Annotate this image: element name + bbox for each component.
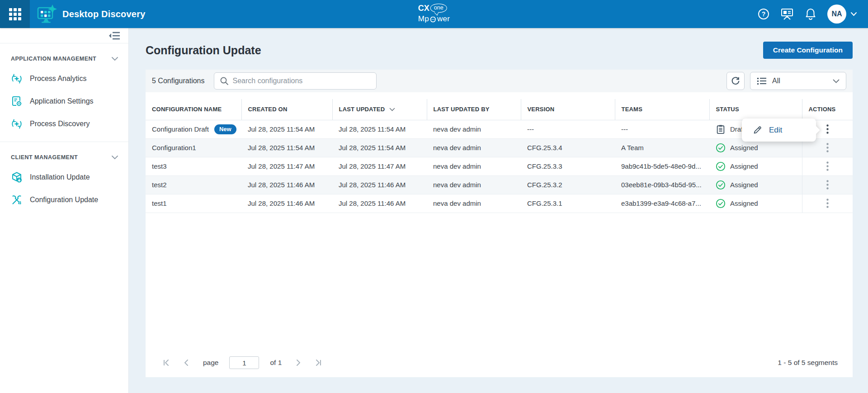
created-on: Jul 28, 2025 11:46 AM [241, 175, 332, 194]
logo-wer-text: wer [437, 15, 450, 23]
col-header-configuration-name: CONFIGURATION NAME [146, 99, 241, 120]
sidebar-item-configuration-update[interactable]: Configuration Update [0, 189, 128, 211]
page-number-input[interactable] [229, 356, 259, 369]
logo-one-bubble: one [430, 4, 447, 13]
sidebar-item-label: Process Discovery [30, 120, 90, 128]
sort-chevron-icon [389, 108, 395, 111]
kebab-icon [826, 143, 829, 152]
process-analytics-icon [11, 73, 23, 85]
search-icon [220, 76, 229, 85]
logo-robot-o-icon [429, 15, 437, 23]
help-icon: ? [758, 8, 769, 20]
presentation-button[interactable] [780, 8, 794, 20]
col-header-label: LAST UPDATED [339, 106, 385, 113]
col-header-actions: ACTIONS [802, 99, 853, 120]
pager-controls: page of 1 [160, 356, 324, 369]
status-label: Assigned [730, 199, 758, 207]
sidebar-item-application-settings[interactable]: Application Settings [0, 90, 128, 113]
last-updated-by: neva dev admin [427, 175, 521, 194]
last-updated: Jul 28, 2025 11:46 AM [332, 175, 427, 194]
row-actions-kebab[interactable] [821, 197, 834, 210]
configuration-name: test1 [146, 194, 241, 213]
last-updated-by: neva dev admin [427, 138, 521, 157]
col-header-last-updated-by: LAST UPDATED BY [427, 99, 521, 120]
col-header-created-on: CREATED ON [241, 99, 332, 120]
row-actions-kebab[interactable] [821, 141, 834, 155]
assigned-check-icon [716, 161, 726, 171]
create-configuration-button[interactable]: Create Configuration [763, 42, 853, 59]
teams: e3ab1399-e3a9-4c68-a7... [615, 194, 709, 213]
previous-page-button[interactable] [180, 357, 192, 369]
cxone-mpower-logo: CX one Mp wer [418, 4, 450, 23]
svg-text:?: ? [762, 10, 766, 18]
sidebar-item-label: Application Settings [30, 97, 94, 105]
sidebar-item-label: Configuration Update [30, 196, 98, 204]
sidebar-item-process-analytics[interactable]: Process Analytics [0, 67, 128, 90]
topbar-actions: ? NA [758, 5, 868, 24]
last-updated: Jul 28, 2025 11:47 AM [332, 157, 427, 175]
sidebar: APPLICATION MANAGEMENT Process Analytics [0, 28, 129, 393]
chevron-down-icon [850, 12, 857, 16]
search-box [214, 72, 377, 90]
col-header-teams: TEAMS [615, 99, 709, 120]
teams: A Team [615, 138, 709, 157]
pagination-bar: page of 1 1 - 5 of 5 segments [146, 348, 853, 377]
last-page-button[interactable] [312, 357, 324, 369]
status-label: Assigned [730, 144, 758, 152]
row-actions-kebab[interactable] [821, 160, 834, 173]
row-actions-kebab[interactable] [821, 123, 834, 136]
col-header-version: VERSION [521, 99, 615, 120]
avatar[interactable]: NA [827, 5, 846, 24]
installation-update-icon [11, 171, 23, 183]
collapse-panel-icon [108, 31, 120, 40]
col-header-last-updated[interactable]: LAST UPDATED [332, 99, 427, 120]
refresh-button[interactable] [726, 72, 745, 90]
notifications-button[interactable] [805, 8, 816, 20]
assigned-check-icon [716, 199, 726, 208]
range-summary: 1 - 5 of 5 segments [778, 359, 838, 367]
chevron-down-icon [833, 79, 840, 83]
configuration-name: test3 [146, 157, 241, 175]
created-on: Jul 28, 2025 11:47 AM [241, 157, 332, 175]
status-label: Assigned [730, 181, 758, 189]
table-header-row: CONFIGURATION NAME CREATED ON LAST UPDAT… [146, 99, 853, 120]
table-row: test1 Jul 28, 2025 11:46 AM Jul 28, 2025… [146, 194, 853, 213]
last-updated: Jul 28, 2025 11:46 AM [332, 194, 427, 213]
section-header-application-management[interactable]: APPLICATION MANAGEMENT [0, 43, 128, 67]
sidebar-section-application-management: APPLICATION MANAGEMENT Process Analytics [0, 43, 128, 135]
sidebar-item-label: Process Analytics [30, 75, 86, 83]
edit-menu-item[interactable]: Edit [742, 118, 816, 142]
main-content: Configuration Update Create Configuratio… [129, 28, 868, 393]
section-header-client-management[interactable]: CLIENT MANAGEMENT [0, 142, 128, 166]
user-menu[interactable]: NA [827, 5, 857, 24]
sidebar-item-process-discovery[interactable]: Process Discovery [0, 113, 128, 135]
help-button[interactable]: ? [758, 8, 769, 20]
search-input[interactable] [233, 77, 371, 85]
created-on: Jul 28, 2025 11:54 AM [241, 120, 332, 138]
logo-cx-text: CX [418, 4, 429, 12]
chevron-down-icon [111, 155, 118, 160]
row-actions-kebab[interactable] [821, 178, 834, 192]
status-filter-dropdown[interactable]: All [750, 72, 846, 90]
first-page-button[interactable] [160, 357, 172, 369]
version: CFG.25.3.3 [521, 157, 615, 175]
next-page-button[interactable] [292, 357, 304, 369]
assigned-check-icon [716, 180, 726, 190]
teams: 9ab9c41b-5de5-48e0-9d... [615, 157, 709, 175]
version: --- [521, 120, 615, 138]
version: CFG.25.3.1 [521, 194, 615, 213]
page-label: page [203, 359, 218, 367]
configurations-table: CONFIGURATION NAME CREATED ON LAST UPDAT… [146, 99, 853, 213]
created-on: Jul 28, 2025 11:54 AM [241, 138, 332, 157]
version: CFG.25.3.4 [521, 138, 615, 157]
app-launcher-button[interactable] [0, 0, 30, 28]
status-label: Assigned [730, 162, 758, 170]
app-title: Desktop Discovery [62, 9, 145, 19]
row-context-menu: Edit [742, 118, 816, 142]
logo-mp-text: Mp [418, 15, 429, 23]
last-updated: Jul 28, 2025 11:54 AM [332, 120, 427, 138]
sidebar-item-installation-update[interactable]: Installation Update [0, 166, 128, 189]
last-page-icon [315, 360, 321, 366]
kebab-icon [826, 199, 829, 208]
collapse-sidebar-button[interactable] [108, 31, 120, 40]
